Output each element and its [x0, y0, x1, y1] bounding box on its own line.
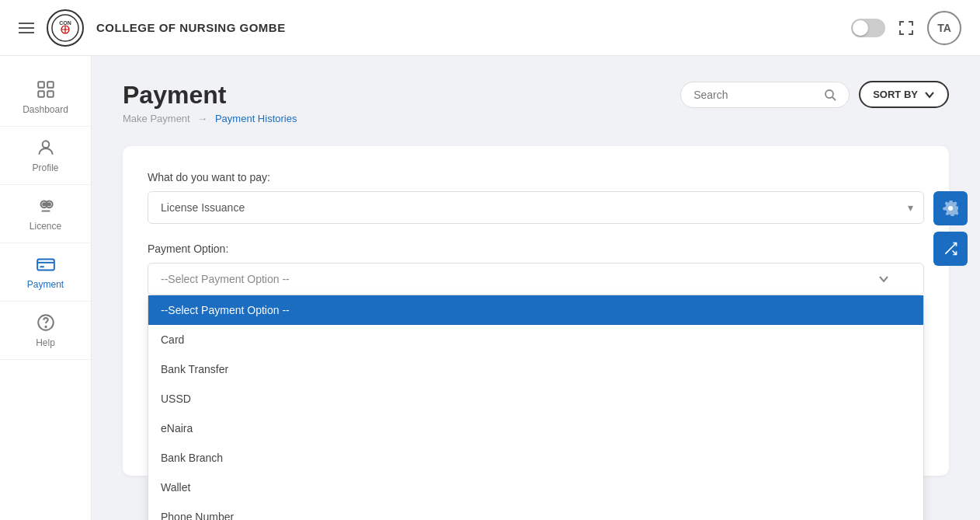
theme-toggle[interactable]	[851, 19, 885, 37]
sidebar-item-dashboard[interactable]: Dashboard	[0, 68, 91, 127]
sidebar-item-licence[interactable]: Licence	[0, 185, 91, 243]
main-content: Payment Make Payment → Payment Histories…	[92, 56, 980, 520]
school-logo: CON	[47, 9, 84, 47]
sort-by-button[interactable]: SORT BY	[859, 81, 949, 108]
svg-point-18	[825, 90, 833, 98]
dropdown-item-enaira[interactable]: eNaira	[148, 414, 923, 443]
gear-icon	[943, 201, 958, 216]
sidebar: Dashboard Profile Licence	[0, 56, 92, 520]
dropdown-item-bank-branch[interactable]: Bank Branch	[148, 443, 923, 473]
sidebar-item-help[interactable]: Help	[0, 302, 91, 360]
svg-point-12	[43, 203, 45, 205]
dropdown-item-bank-transfer[interactable]: Bank Transfer	[148, 354, 923, 384]
dashboard-icon	[36, 79, 56, 99]
navbar-left: CON COLLEGE OF NURSING GOMBE	[19, 9, 286, 47]
help-icon	[36, 312, 56, 333]
licence-icon	[36, 196, 56, 216]
svg-point-13	[47, 203, 50, 205]
dropdown-item-default[interactable]: --Select Payment Option --	[148, 295, 923, 325]
svg-rect-8	[47, 91, 54, 97]
chevron-down-icon	[924, 89, 935, 100]
search-icon	[824, 89, 836, 101]
payment-option-dropdown-container: --Select Payment Option -- --Select Paym…	[148, 263, 924, 295]
dropdown-item-phone-number[interactable]: Phone Number	[148, 502, 923, 520]
breadcrumb-current: Payment Histories	[215, 113, 297, 124]
school-name: COLLEGE OF NURSING GOMBE	[96, 21, 286, 34]
sidebar-item-payment[interactable]: Payment	[0, 243, 91, 302]
hamburger-menu[interactable]	[19, 23, 34, 33]
svg-line-19	[832, 97, 836, 100]
sidebar-label-licence: Licence	[30, 221, 61, 232]
breadcrumb-separator: →	[197, 113, 207, 124]
svg-rect-15	[40, 266, 43, 267]
avatar[interactable]: TA	[927, 11, 961, 45]
svg-rect-14	[37, 260, 54, 270]
breadcrumb-link[interactable]: Make Payment	[123, 113, 190, 124]
header-actions: SORT BY	[680, 81, 949, 108]
sidebar-label-help: Help	[36, 337, 55, 348]
sidebar-item-profile[interactable]: Profile	[0, 127, 91, 185]
payment-option-section: Payment Option: --Select Payment Option …	[148, 243, 924, 295]
main-layout: Dashboard Profile Licence	[0, 56, 980, 520]
dropdown-item-ussd[interactable]: USSD	[148, 384, 923, 414]
navbar: CON COLLEGE OF NURSING GOMBE TA	[0, 0, 980, 56]
dropdown-item-card[interactable]: Card	[148, 325, 923, 354]
dropdown-arrow-icon	[878, 274, 889, 284]
payment-icon	[36, 254, 56, 274]
svg-rect-5	[38, 82, 44, 88]
expand-icon[interactable]	[898, 19, 915, 37]
page-header: Payment Make Payment → Payment Histories…	[123, 81, 949, 124]
what-to-pay-section: What do you want to pay: License Issuanc…	[148, 171, 924, 224]
navbar-right: TA	[851, 11, 961, 45]
svg-point-17	[45, 326, 46, 327]
svg-point-9	[42, 141, 49, 148]
svg-text:CON: CON	[59, 20, 71, 26]
payment-card: What do you want to pay: License Issuanc…	[123, 146, 949, 476]
what-to-pay-label: What do you want to pay:	[148, 171, 924, 183]
toggle-knob	[853, 20, 868, 36]
payment-option-label: Payment Option:	[148, 243, 924, 255]
sidebar-label-payment: Payment	[27, 279, 64, 290]
svg-rect-7	[38, 91, 44, 97]
dropdown-item-wallet[interactable]: Wallet	[148, 473, 923, 502]
search-box	[680, 82, 850, 108]
payment-option-menu: --Select Payment Option -- Card Bank Tra…	[148, 295, 924, 520]
page-title: Payment	[123, 81, 297, 110]
sort-by-label: SORT BY	[873, 89, 918, 100]
profile-icon	[36, 138, 56, 158]
what-to-pay-wrapper: License Issuance ▾	[148, 191, 924, 224]
what-to-pay-select[interactable]: License Issuance	[148, 191, 924, 224]
sidebar-label-profile: Profile	[32, 162, 58, 173]
shuffle-button[interactable]	[933, 232, 968, 266]
gear-button[interactable]	[933, 191, 968, 225]
payment-option-trigger[interactable]: --Select Payment Option --	[148, 263, 924, 295]
page-title-section: Payment Make Payment → Payment Histories	[123, 81, 297, 124]
shuffle-icon	[943, 241, 958, 257]
breadcrumb: Make Payment → Payment Histories	[123, 113, 297, 124]
svg-rect-6	[47, 82, 54, 88]
search-input[interactable]	[693, 89, 818, 101]
payment-option-selected: --Select Payment Option --	[161, 273, 290, 285]
sidebar-label-dashboard: Dashboard	[23, 104, 68, 115]
